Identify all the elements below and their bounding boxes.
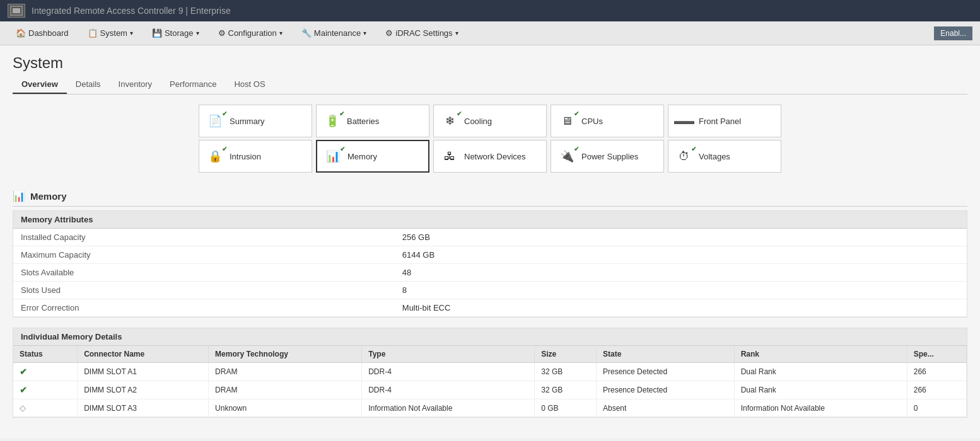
col-state: State: [597, 346, 735, 363]
row-size: 0 GB: [535, 399, 597, 417]
widget-network-devices[interactable]: 🖧 Network Devices: [433, 140, 547, 173]
enable-button[interactable]: Enabl...: [934, 26, 972, 40]
intrusion-check-icon: ✔: [222, 146, 227, 152]
tab-details[interactable]: Details: [67, 76, 110, 94]
widget-row-1: 📄 ✔ Summary 🔋 ✔ Batteries ❄ ✔ Cooling: [199, 105, 781, 137]
power-icon: 🔌: [560, 149, 574, 163]
nav-configuration[interactable]: ⚙ Configuration ▾: [210, 24, 291, 42]
error-correction-label: Error Correction: [13, 299, 395, 317]
widget-summary-label: Summary: [230, 117, 265, 126]
nav-maintenance[interactable]: 🔧 Maintenance ▾: [293, 24, 375, 42]
system-icon: 📋: [88, 28, 98, 38]
table-row: ✔ DIMM SLOT A2 DRAM DDR-4 32 GB Presence…: [13, 381, 967, 399]
tab-performance[interactable]: Performance: [161, 76, 225, 94]
tab-inventory[interactable]: Inventory: [110, 76, 161, 94]
widget-front-panel-label: Front Panel: [699, 117, 741, 126]
check-icon: ✔: [20, 385, 27, 395]
nav-system[interactable]: 📋 System ▾: [79, 24, 141, 42]
header-title: Integrated Remote Access Controller 9 | …: [32, 6, 231, 16]
tab-hostos[interactable]: Host OS: [225, 76, 274, 94]
row-rank: Dual Rank: [734, 363, 907, 381]
voltages-check-icon: ✔: [691, 146, 696, 152]
storage-caret-icon: ▾: [196, 30, 199, 37]
header: Integrated Remote Access Controller 9 | …: [0, 0, 980, 21]
idrac-settings-icon: ⚙: [385, 28, 393, 38]
widget-network-label: Network Devices: [464, 152, 526, 161]
maintenance-icon: 🔧: [301, 28, 312, 38]
intrusion-icon: 🔒: [208, 149, 222, 163]
cpus-check-icon: ✔: [574, 110, 579, 117]
check-icon: ✔: [20, 367, 27, 377]
individual-memory-title: Individual Memory Details: [13, 328, 967, 346]
maintenance-caret-icon: ▾: [363, 30, 366, 37]
network-icon-wrap: 🖧: [441, 148, 458, 164]
widget-front-panel[interactable]: ▬▬ Front Panel: [668, 105, 781, 137]
row-rank: Information Not Available: [734, 399, 907, 417]
table-row: Slots Used 8: [13, 282, 967, 299]
row-rank: Dual Rank: [734, 381, 907, 399]
tab-overview[interactable]: Overview: [13, 76, 67, 94]
widget-power-supplies[interactable]: 🔌 ✔ Power Supplies: [551, 140, 664, 173]
nav-dashboard-label: Dashboard: [28, 28, 69, 38]
row-connector: DIMM SLOT A2: [78, 381, 209, 399]
cpus-icon: 🖥: [561, 115, 573, 128]
table-row: Installed Capacity 256 GB: [13, 229, 967, 246]
row-size: 32 GB: [535, 381, 597, 399]
widget-cpus-label: CPUs: [581, 117, 603, 126]
header-title-text: Integrated Remote Access Controller 9 | …: [32, 6, 231, 16]
batteries-icon: 🔋: [325, 114, 339, 128]
tabs-bar: Overview Details Inventory Performance H…: [13, 76, 967, 94]
maximum-capacity-value: 6144 GB: [395, 246, 967, 264]
row-speed: 266: [907, 363, 966, 381]
table-row: Error Correction Multi-bit ECC: [13, 299, 967, 317]
col-technology: Memory Technology: [209, 346, 362, 363]
slots-used-label: Slots Used: [13, 282, 395, 299]
individual-memory-table: Status Connector Name Memory Technology …: [13, 346, 967, 417]
batteries-check-icon: ✔: [339, 110, 344, 117]
idrac-icon: [8, 4, 25, 18]
nav-idrac-label: iDRAC Settings: [395, 28, 452, 38]
table-row: ✔ DIMM SLOT A1 DRAM DDR-4 32 GB Presence…: [13, 363, 967, 381]
main-content: System Overview Details Inventory Perfor…: [0, 45, 980, 438]
memory-attributes-section: Memory Attributes Installed Capacity 256…: [13, 210, 967, 318]
front-panel-icon-wrap: ▬▬: [676, 113, 692, 129]
memory-check-icon: ✔: [340, 146, 345, 152]
widget-intrusion[interactable]: 🔒 ✔ Intrusion: [199, 140, 312, 173]
batteries-icon-wrap: 🔋 ✔: [324, 113, 341, 129]
cooling-icon: ❄: [445, 114, 455, 128]
nav-storage-label: Storage: [165, 28, 194, 38]
row-status: ✔: [13, 363, 78, 381]
widget-memory[interactable]: 📊 ✔ Memory: [316, 140, 429, 173]
table-row: ◇ DIMM SLOT A3 Unknown Information Not A…: [13, 399, 967, 417]
nav-storage[interactable]: 💾 Storage ▾: [144, 24, 207, 42]
widget-voltages[interactable]: ⏱ ✔ Voltages: [668, 140, 781, 173]
idrac-caret-icon: ▾: [455, 30, 458, 37]
nav-configuration-label: Configuration: [228, 28, 277, 38]
row-type: DDR-4: [362, 381, 535, 399]
nav-system-label: System: [100, 28, 127, 38]
home-icon: 🏠: [16, 28, 26, 38]
system-caret-icon: ▾: [130, 30, 133, 37]
individual-memory-section: Individual Memory Details Status Connect…: [13, 328, 967, 418]
row-connector: DIMM SLOT A3: [78, 399, 209, 417]
table-row: Slots Available 48: [13, 264, 967, 282]
widget-batteries[interactable]: 🔋 ✔ Batteries: [316, 105, 429, 137]
page-title: System: [13, 45, 967, 76]
nav-dashboard[interactable]: 🏠 Dashboard: [8, 24, 77, 42]
nav-idrac-settings[interactable]: ⚙ iDRAC Settings ▾: [377, 24, 466, 42]
widget-summary[interactable]: 📄 ✔ Summary: [199, 105, 312, 137]
front-panel-icon: ▬▬: [674, 115, 694, 127]
summary-icon-wrap: 📄 ✔: [207, 113, 223, 129]
row-status: ◇: [13, 399, 78, 417]
voltages-icon-wrap: ⏱ ✔: [676, 148, 692, 164]
table-header-row: Status Connector Name Memory Technology …: [13, 346, 967, 363]
widget-cpus[interactable]: 🖥 ✔ CPUs: [551, 105, 664, 137]
network-icon: 🖧: [444, 150, 455, 163]
power-check-icon: ✔: [574, 146, 579, 152]
slots-available-label: Slots Available: [13, 264, 395, 282]
cooling-icon-wrap: ❄ ✔: [441, 113, 458, 129]
row-speed: 266: [907, 381, 966, 399]
widget-batteries-label: Batteries: [347, 117, 379, 126]
row-status: ✔: [13, 381, 78, 399]
widget-cooling[interactable]: ❄ ✔ Cooling: [433, 105, 547, 137]
